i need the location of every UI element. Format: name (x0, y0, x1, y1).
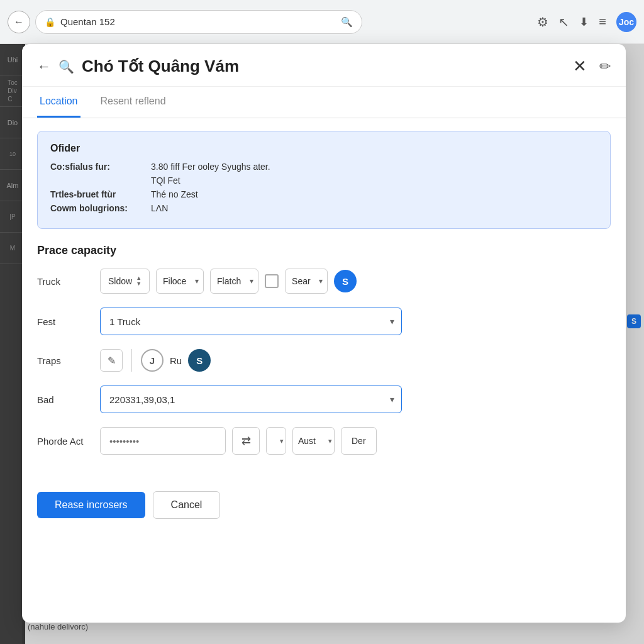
truck-stepper[interactable]: Sldow ▲▼ (100, 269, 150, 294)
phorde-act-aust-select-wrapper: Aust (292, 427, 335, 455)
stepper-arrows-icon: ▲▼ (136, 275, 142, 287)
cancel-button[interactable]: Cancel (153, 491, 221, 519)
info-card-value-1: 3.80 fiff Fer ooley Syughs ater. (151, 162, 270, 172)
phorde-act-der-btn[interactable]: Der (341, 427, 377, 455)
bg-sidebar: Uhi TocDivC Dio 10 Alm |P M (0, 44, 25, 644)
fest-select-wrapper: 1 Truck (100, 308, 402, 335)
truck-sear-select[interactable]: Sear (285, 269, 328, 294)
phorde-act-aust-select[interactable]: Aust (292, 427, 335, 455)
url-text: Quentan 152 (60, 16, 115, 27)
bad-label: Bad (37, 394, 94, 405)
info-card-title: Ofider (50, 143, 597, 154)
bg-sidebar-item-6: |P (0, 201, 25, 233)
info-card-label-3: Cowm bolugrions: (50, 203, 151, 213)
bad-row: Bad 220331,39,03,1 (37, 386, 611, 413)
modal-footer: Rease incrosers Cancel (22, 481, 626, 534)
phorde-act-label: Phorde Act (37, 436, 94, 447)
truck-filoce-select-wrapper: Filoce (156, 269, 204, 294)
info-card-row-2: Trtles-bruet ftùr Thé no Zest (50, 189, 597, 199)
bg-sidebar-item-3: Dio (0, 107, 25, 138)
bg-sidebar-item-1: Uhi (0, 44, 25, 75)
phorde-act-input[interactable] (100, 427, 226, 455)
bg-sidebar-item-4: 10 (0, 138, 25, 170)
phorde-act-icon-btn[interactable]: ⇄ (232, 427, 260, 455)
browser-toolbar: ⚙ ↖ ⬇ ≡ Joc (537, 12, 636, 32)
modal-header: ← 🔍 Chó Tốt Quâng Vám ✕ ✏ (22, 44, 626, 87)
back-arrow-icon: ← (14, 16, 24, 28)
cursor-icon[interactable]: ↖ (558, 14, 569, 30)
modal-search-icon: 🔍 (58, 59, 74, 74)
truck-flatch-select[interactable]: Flatch (210, 269, 258, 294)
settings-icon[interactable]: ⚙ (537, 14, 548, 30)
tab-location[interactable]: Location (37, 87, 80, 118)
traps-avatar-s[interactable]: S (188, 349, 211, 372)
traps-avatar-j[interactable]: J (141, 349, 164, 372)
info-card-row-1: Co:sfialus fur: 3.80 fiff Fer ooley Syug… (50, 162, 597, 172)
info-card-row-tql: TQl Fet (50, 175, 597, 186)
modal-panel: ← 🔍 Chó Tốt Quâng Vám ✕ ✏ Location Resen… (22, 44, 626, 623)
modal-overlay: ← 🔍 Chó Tốt Quâng Vám ✕ ✏ Location Resen… (22, 44, 644, 644)
phorde-act-swap-icon: ⇄ (242, 434, 251, 448)
traps-edit-icon-btn[interactable]: ✎ (100, 349, 123, 372)
modal-back-button[interactable]: ← (37, 58, 51, 75)
download-icon[interactable]: ⬇ (579, 15, 589, 29)
browser-chrome: ← 🔒 Quentan 152 🔍 ⚙ ↖ ⬇ ≡ Joc (0, 0, 644, 44)
truck-label: Truck (37, 276, 94, 287)
traps-row: Traps ✎ J Ru S (37, 349, 611, 372)
truck-checkbox[interactable] (265, 274, 279, 288)
traps-edit-icon: ✎ (108, 355, 116, 367)
tab-resent-reflend[interactable]: Resent reflend (98, 87, 169, 118)
browser-back-button[interactable]: ← (8, 11, 30, 33)
truck-filoce-select[interactable]: Filoce (156, 269, 204, 294)
fest-select[interactable]: 1 Truck (100, 308, 402, 335)
fest-row: Fest 1 Truck (37, 308, 611, 335)
truck-sear-select-wrapper: Sear (285, 269, 328, 294)
fest-label: Fest (37, 316, 94, 327)
phorde-act-row: Phorde Act ⇄ Aust Der (37, 427, 611, 455)
bad-select[interactable]: 220331,39,03,1 (100, 386, 402, 413)
info-card-value-3: LΛN (151, 203, 168, 213)
bg-sidebar-item-7: M (0, 233, 25, 264)
bg-sidebar-item-5: Alm (0, 170, 25, 201)
modal-title: Chó Tốt Quâng Vám (82, 57, 565, 76)
phorde-act-empty-select[interactable] (266, 427, 286, 455)
bad-select-wrapper: 220331,39,03,1 (100, 386, 402, 413)
menu-icon[interactable]: ≡ (599, 14, 606, 29)
info-card-value-tql: TQl Fet (151, 175, 180, 186)
primary-action-button[interactable]: Rease incrosers (37, 492, 145, 518)
lock-icon: 🔒 (45, 17, 55, 27)
info-card-row-3: Cowm bolugrions: LΛN (50, 203, 597, 213)
phorde-act-small-select-wrapper (266, 427, 286, 455)
bg-sidebar-item-2: TocDivC (0, 75, 25, 107)
url-search-icon[interactable]: 🔍 (341, 16, 353, 28)
info-card-value-2: Thé no Zest (151, 189, 198, 199)
traps-divider (131, 349, 132, 372)
section-title: Prace capacity (37, 244, 611, 257)
truck-row: Truck Sldow ▲▼ Filoce Flatch (37, 269, 611, 294)
tabs-container: Location Resent reflend (22, 87, 626, 118)
truck-flatch-select-wrapper: Flatch (210, 269, 258, 294)
info-card: Ofider Co:sfialus fur: 3.80 fiff Fer ool… (37, 131, 611, 229)
modal-content: Ofider Co:sfialus fur: 3.80 fiff Fer ool… (22, 118, 626, 481)
modal-edit-button[interactable]: ✏ (599, 58, 611, 75)
info-card-label-2: Trtles-bruet ftùr (50, 189, 151, 199)
traps-ru-text: Ru (170, 355, 182, 366)
info-card-label-1: Co:sfialus fur: (50, 162, 151, 172)
traps-label: Traps (37, 355, 94, 366)
url-bar[interactable]: 🔒 Quentan 152 🔍 (35, 10, 362, 34)
modal-close-button[interactable]: ✕ (573, 57, 587, 76)
truck-user-avatar[interactable]: S (334, 270, 357, 292)
stepper-value: Sldow (108, 276, 132, 286)
user-avatar-browser[interactable]: Joc (616, 12, 636, 32)
